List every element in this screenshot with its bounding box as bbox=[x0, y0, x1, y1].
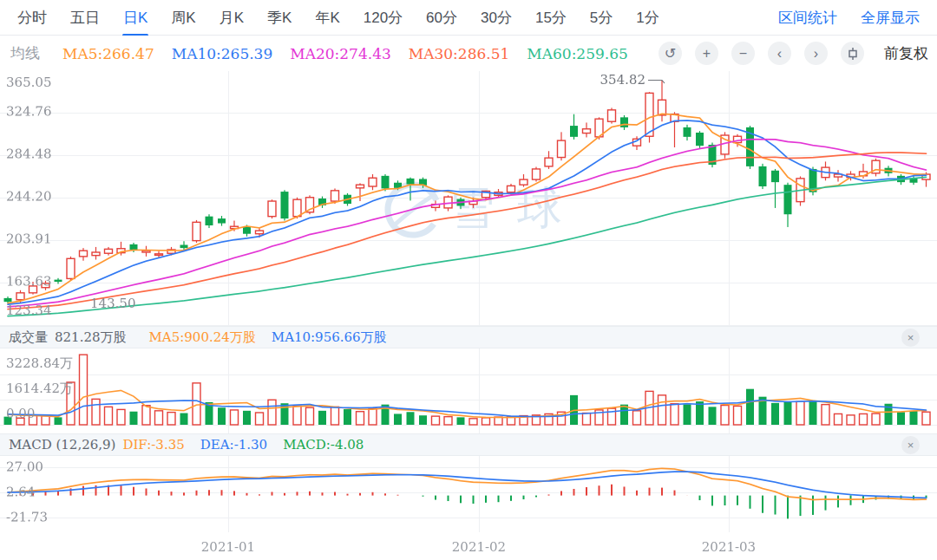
volume-pane-header: 成交量 821.28万股 MA5:900.24万股 MA10:956.66万股 … bbox=[0, 326, 937, 348]
tab-120分[interactable]: 120分 bbox=[364, 8, 403, 28]
tab-60分[interactable]: 60分 bbox=[426, 8, 457, 28]
x-axis-label-mar: 2021-03 bbox=[702, 539, 756, 555]
ma-legend-item-3: MA30:286.51 bbox=[409, 45, 510, 62]
interval-statistics-link[interactable]: 区间统计 bbox=[778, 8, 837, 28]
ma-legend-item-2: MA20:274.43 bbox=[290, 45, 391, 62]
tab-5分[interactable]: 5分 bbox=[590, 8, 613, 28]
stock-chart-page: { "tab_bar": { "tabs": ["分时","五日","日K","… bbox=[0, 0, 937, 560]
ma-legend-title: 均线 bbox=[10, 43, 40, 63]
zoom-out-icon[interactable]: − bbox=[731, 42, 755, 65]
pan-right-icon[interactable]: › bbox=[804, 42, 828, 65]
pan-left-icon[interactable]: ‹ bbox=[768, 42, 791, 65]
ma-legend-row: 均线 MA5:266.47MA10:265.39MA20:274.43MA30:… bbox=[0, 36, 937, 71]
kline-chart-canvas[interactable] bbox=[0, 0, 937, 560]
volume-ma10-value: MA10:956.66万股 bbox=[272, 329, 387, 346]
x-axis-label-jan: 2021-01 bbox=[201, 539, 255, 555]
tab-五日[interactable]: 五日 bbox=[70, 8, 100, 28]
candlestick-icon bbox=[848, 48, 858, 60]
tab-周K[interactable]: 周K bbox=[171, 8, 195, 28]
period-tab-bar: 分时五日日K周K月K季K年K120分60分30分15分5分1分 区间统计 全屏显… bbox=[0, 0, 937, 36]
zoom-in-icon[interactable]: + bbox=[695, 42, 718, 65]
macd-dea-value: DEA:-1.30 bbox=[200, 437, 267, 453]
tab-日K[interactable]: 日K bbox=[123, 8, 147, 28]
volume-current-value: 821.28万股 bbox=[55, 329, 127, 346]
ma-legend-item-0: MA5:266.47 bbox=[62, 45, 154, 62]
ma-legend-item-4: MA60:259.65 bbox=[527, 45, 628, 62]
macd-pane-header: MACD (12,26,9) DIF:-3.35 DEA:-1.30 MACD:… bbox=[0, 433, 937, 456]
chart-toolbar: ↺+−‹›前复权 bbox=[659, 42, 928, 65]
volume-close-icon[interactable]: × bbox=[901, 329, 920, 347]
candlestick-icon[interactable] bbox=[841, 42, 864, 65]
tab-30分[interactable]: 30分 bbox=[481, 8, 512, 28]
macd-title: MACD (12,26,9) bbox=[9, 437, 115, 453]
macd-close-icon[interactable]: × bbox=[901, 436, 920, 454]
ma-legend-item-1: MA10:265.39 bbox=[172, 45, 273, 62]
tab-15分[interactable]: 15分 bbox=[535, 8, 567, 28]
fullscreen-link[interactable]: 全屏显示 bbox=[861, 8, 920, 28]
macd-value: MACD:-4.08 bbox=[283, 437, 364, 453]
undo-icon[interactable]: ↺ bbox=[659, 42, 682, 65]
tab-月K[interactable]: 月K bbox=[220, 8, 244, 28]
volume-ma5-value: MA5:900.24万股 bbox=[149, 329, 256, 346]
tab-年K[interactable]: 年K bbox=[315, 8, 339, 28]
tab-分时[interactable]: 分时 bbox=[17, 8, 47, 28]
macd-dif-value: DIF:-3.35 bbox=[122, 437, 184, 453]
x-axis-label-feb: 2021-02 bbox=[452, 539, 506, 555]
volume-title: 成交量 bbox=[9, 329, 48, 346]
tab-1分[interactable]: 1分 bbox=[636, 8, 659, 28]
forward-adjust-button[interactable]: 前复权 bbox=[884, 43, 928, 63]
tab-季K[interactable]: 季K bbox=[267, 8, 292, 28]
